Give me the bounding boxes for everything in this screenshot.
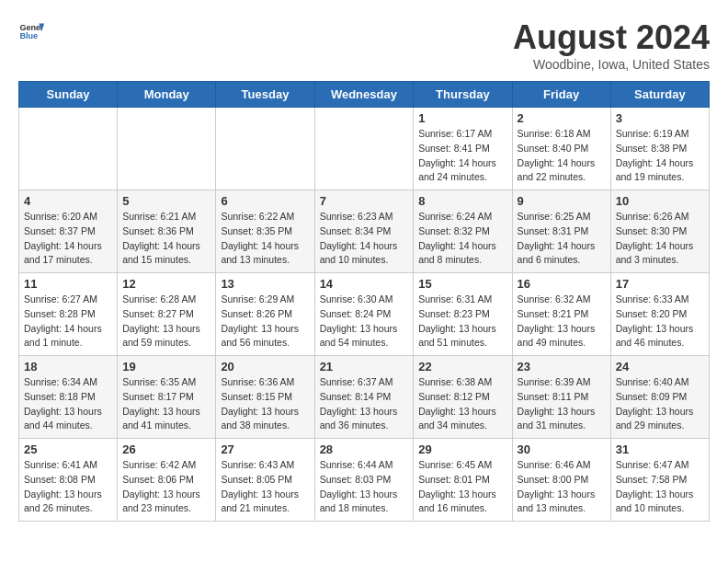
day-number: 3 bbox=[616, 111, 704, 125]
cell-content: Sunrise: 6:39 AM Sunset: 8:11 PM Dayligh… bbox=[518, 375, 606, 433]
calendar-week-row: 4Sunrise: 6:20 AM Sunset: 8:37 PM Daylig… bbox=[19, 190, 710, 273]
day-number: 18 bbox=[24, 360, 112, 373]
day-number: 17 bbox=[616, 277, 704, 291]
calendar-table: SundayMondayTuesdayWednesdayThursdayFrid… bbox=[18, 81, 710, 522]
calendar-cell: 16Sunrise: 6:32 AM Sunset: 8:21 PM Dayli… bbox=[512, 273, 610, 356]
calendar-cell bbox=[314, 108, 414, 190]
day-number: 10 bbox=[616, 194, 704, 208]
svg-text:Blue: Blue bbox=[19, 31, 38, 40]
calendar-week-row: 11Sunrise: 6:27 AM Sunset: 8:28 PM Dayli… bbox=[19, 273, 710, 356]
day-number: 30 bbox=[518, 442, 606, 456]
calendar-cell: 21Sunrise: 6:37 AM Sunset: 8:14 PM Dayli… bbox=[314, 356, 414, 439]
calendar-cell: 3Sunrise: 6:19 AM Sunset: 8:38 PM Daylig… bbox=[610, 108, 709, 190]
cell-content: Sunrise: 6:36 AM Sunset: 8:15 PM Dayligh… bbox=[221, 375, 309, 433]
calendar-cell: 22Sunrise: 6:38 AM Sunset: 8:12 PM Dayli… bbox=[414, 356, 512, 439]
page-title: August 2024 bbox=[513, 18, 710, 57]
cell-content: Sunrise: 6:18 AM Sunset: 8:40 PM Dayligh… bbox=[518, 127, 606, 185]
cell-content: Sunrise: 6:17 AM Sunset: 8:41 PM Dayligh… bbox=[418, 127, 506, 185]
cell-content: Sunrise: 6:35 AM Sunset: 8:17 PM Dayligh… bbox=[122, 375, 210, 433]
day-number: 16 bbox=[518, 277, 606, 291]
cell-content: Sunrise: 6:33 AM Sunset: 8:20 PM Dayligh… bbox=[616, 293, 704, 350]
calendar-cell: 10Sunrise: 6:26 AM Sunset: 8:30 PM Dayli… bbox=[610, 190, 709, 273]
day-number: 15 bbox=[418, 277, 506, 291]
day-number: 23 bbox=[518, 360, 606, 373]
calendar-day-header: Friday bbox=[512, 82, 610, 108]
calendar-day-header: Wednesday bbox=[314, 82, 414, 108]
cell-content: Sunrise: 6:24 AM Sunset: 8:32 PM Dayligh… bbox=[418, 210, 506, 268]
cell-content: Sunrise: 6:46 AM Sunset: 8:00 PM Dayligh… bbox=[518, 458, 606, 516]
cell-content: Sunrise: 6:40 AM Sunset: 8:09 PM Dayligh… bbox=[616, 375, 704, 433]
cell-content: Sunrise: 6:19 AM Sunset: 8:38 PM Dayligh… bbox=[616, 127, 704, 185]
day-number: 12 bbox=[122, 277, 210, 291]
day-number: 6 bbox=[221, 194, 309, 208]
calendar-cell: 14Sunrise: 6:30 AM Sunset: 8:24 PM Dayli… bbox=[314, 273, 414, 356]
calendar-cell: 5Sunrise: 6:21 AM Sunset: 8:36 PM Daylig… bbox=[118, 190, 216, 273]
day-number: 24 bbox=[616, 360, 704, 373]
calendar-cell: 29Sunrise: 6:45 AM Sunset: 8:01 PM Dayli… bbox=[414, 439, 512, 522]
calendar-week-row: 25Sunrise: 6:41 AM Sunset: 8:08 PM Dayli… bbox=[19, 439, 710, 522]
day-number: 4 bbox=[24, 194, 112, 208]
calendar-day-header: Saturday bbox=[610, 82, 709, 108]
calendar-day-header: Monday bbox=[118, 82, 216, 108]
calendar-cell bbox=[118, 108, 216, 190]
calendar-cell: 11Sunrise: 6:27 AM Sunset: 8:28 PM Dayli… bbox=[19, 273, 118, 356]
cell-content: Sunrise: 6:38 AM Sunset: 8:12 PM Dayligh… bbox=[418, 375, 506, 433]
cell-content: Sunrise: 6:37 AM Sunset: 8:14 PM Dayligh… bbox=[320, 375, 409, 433]
day-number: 31 bbox=[616, 442, 704, 456]
day-number: 27 bbox=[221, 442, 309, 456]
day-number: 13 bbox=[221, 277, 309, 291]
calendar-week-row: 18Sunrise: 6:34 AM Sunset: 8:18 PM Dayli… bbox=[19, 356, 710, 439]
cell-content: Sunrise: 6:20 AM Sunset: 8:37 PM Dayligh… bbox=[24, 210, 112, 268]
calendar-cell: 9Sunrise: 6:25 AM Sunset: 8:31 PM Daylig… bbox=[512, 190, 610, 273]
calendar-cell: 4Sunrise: 6:20 AM Sunset: 8:37 PM Daylig… bbox=[19, 190, 118, 273]
day-number: 8 bbox=[418, 194, 506, 208]
cell-content: Sunrise: 6:21 AM Sunset: 8:36 PM Dayligh… bbox=[122, 210, 210, 268]
day-number: 1 bbox=[418, 111, 506, 125]
cell-content: Sunrise: 6:45 AM Sunset: 8:01 PM Dayligh… bbox=[418, 458, 506, 516]
cell-content: Sunrise: 6:28 AM Sunset: 8:27 PM Dayligh… bbox=[122, 293, 210, 350]
day-number: 7 bbox=[320, 194, 409, 208]
calendar-header-row: SundayMondayTuesdayWednesdayThursdayFrid… bbox=[19, 82, 710, 108]
calendar-day-header: Tuesday bbox=[216, 82, 314, 108]
day-number: 19 bbox=[122, 360, 210, 373]
day-number: 22 bbox=[418, 360, 506, 373]
cell-content: Sunrise: 6:30 AM Sunset: 8:24 PM Dayligh… bbox=[320, 293, 409, 350]
cell-content: Sunrise: 6:42 AM Sunset: 8:06 PM Dayligh… bbox=[122, 458, 210, 516]
calendar-cell: 24Sunrise: 6:40 AM Sunset: 8:09 PM Dayli… bbox=[610, 356, 709, 439]
day-number: 28 bbox=[320, 442, 409, 456]
day-number: 2 bbox=[518, 111, 606, 125]
day-number: 26 bbox=[122, 442, 210, 456]
day-number: 29 bbox=[418, 442, 506, 456]
calendar-cell: 27Sunrise: 6:43 AM Sunset: 8:05 PM Dayli… bbox=[216, 439, 314, 522]
calendar-cell: 7Sunrise: 6:23 AM Sunset: 8:34 PM Daylig… bbox=[314, 190, 414, 273]
calendar-cell: 12Sunrise: 6:28 AM Sunset: 8:27 PM Dayli… bbox=[118, 273, 216, 356]
calendar-cell: 2Sunrise: 6:18 AM Sunset: 8:40 PM Daylig… bbox=[512, 108, 610, 190]
cell-content: Sunrise: 6:27 AM Sunset: 8:28 PM Dayligh… bbox=[24, 293, 112, 350]
calendar-day-header: Thursday bbox=[414, 82, 512, 108]
calendar-cell bbox=[19, 108, 118, 190]
day-number: 5 bbox=[122, 194, 210, 208]
calendar-cell: 6Sunrise: 6:22 AM Sunset: 8:35 PM Daylig… bbox=[216, 190, 314, 273]
cell-content: Sunrise: 6:25 AM Sunset: 8:31 PM Dayligh… bbox=[518, 210, 606, 268]
calendar-cell: 26Sunrise: 6:42 AM Sunset: 8:06 PM Dayli… bbox=[118, 439, 216, 522]
cell-content: Sunrise: 6:47 AM Sunset: 7:58 PM Dayligh… bbox=[616, 458, 704, 516]
calendar-cell: 28Sunrise: 6:44 AM Sunset: 8:03 PM Dayli… bbox=[314, 439, 414, 522]
page-subtitle: Woodbine, Iowa, United States bbox=[513, 57, 710, 72]
logo: General Blue bbox=[18, 18, 44, 44]
day-number: 25 bbox=[24, 442, 112, 456]
cell-content: Sunrise: 6:23 AM Sunset: 8:34 PM Dayligh… bbox=[320, 210, 409, 268]
calendar-cell: 18Sunrise: 6:34 AM Sunset: 8:18 PM Dayli… bbox=[19, 356, 118, 439]
calendar-cell: 8Sunrise: 6:24 AM Sunset: 8:32 PM Daylig… bbox=[414, 190, 512, 273]
cell-content: Sunrise: 6:41 AM Sunset: 8:08 PM Dayligh… bbox=[24, 458, 112, 516]
cell-content: Sunrise: 6:32 AM Sunset: 8:21 PM Dayligh… bbox=[518, 293, 606, 350]
calendar-cell bbox=[216, 108, 314, 190]
calendar-cell: 17Sunrise: 6:33 AM Sunset: 8:20 PM Dayli… bbox=[610, 273, 709, 356]
cell-content: Sunrise: 6:22 AM Sunset: 8:35 PM Dayligh… bbox=[221, 210, 309, 268]
calendar-cell: 19Sunrise: 6:35 AM Sunset: 8:17 PM Dayli… bbox=[118, 356, 216, 439]
calendar-day-header: Sunday bbox=[19, 82, 118, 108]
calendar-cell: 15Sunrise: 6:31 AM Sunset: 8:23 PM Dayli… bbox=[414, 273, 512, 356]
calendar-cell: 31Sunrise: 6:47 AM Sunset: 7:58 PM Dayli… bbox=[610, 439, 709, 522]
calendar-cell: 13Sunrise: 6:29 AM Sunset: 8:26 PM Dayli… bbox=[216, 273, 314, 356]
day-number: 20 bbox=[221, 360, 309, 373]
calendar-cell: 1Sunrise: 6:17 AM Sunset: 8:41 PM Daylig… bbox=[414, 108, 512, 190]
